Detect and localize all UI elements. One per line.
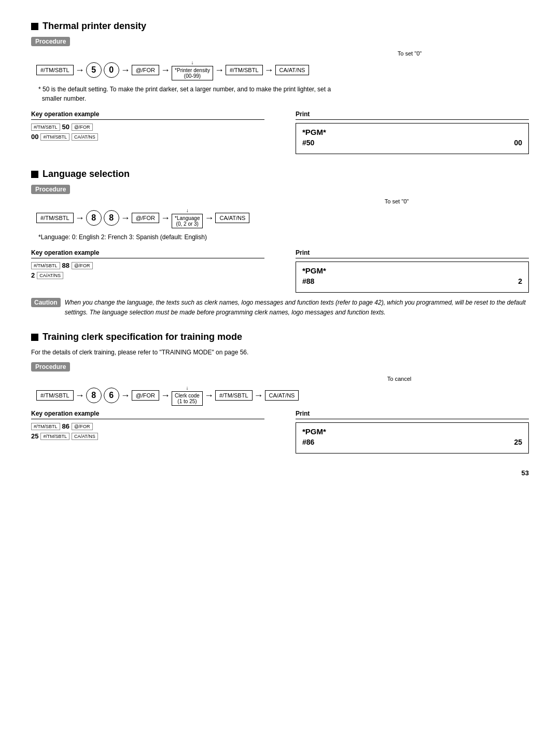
thermal-print-box: *PGM* #50 00 [296, 123, 529, 154]
training-key-for1: @/FOR [72, 423, 93, 430]
training-key-row2: 25 #/TM/SBTL CA/AT/NS [31, 432, 264, 440]
thermal-flow: #/TM/SBTL → 5 0 → @/FOR → ↓ *Printer den… [36, 60, 529, 80]
thermal-key-00: 00 [31, 133, 38, 141]
language-flow-for: @/FOR [132, 213, 159, 223]
thermal-print-right: 00 [514, 139, 522, 147]
thermal-circle-0: 0 [104, 62, 119, 78]
training-title-text: Training clerk specification for trainin… [43, 332, 242, 342]
thermal-down-arrow: ↓ [191, 60, 193, 65]
training-arrow5: → [253, 390, 265, 401]
thermal-key-tmsbtl2: #/TM/SBTL [40, 133, 69, 141]
language-lang-note: *Language: 0: English 2: French 3: Spani… [38, 232, 529, 242]
training-arrow4: → [203, 390, 215, 401]
thermal-arrow2: → [119, 65, 132, 76]
language-procedure-badge: Procedure [31, 185, 70, 194]
training-arrow1: → [74, 390, 86, 401]
thermal-section: Thermal printer density Procedure To set… [31, 21, 529, 154]
thermal-key-print-row: Key operation example #/TM/SBTL 50 @/FOR… [31, 111, 529, 154]
language-key-row1: #/TM/SBTL 88 @/FOR [31, 262, 264, 269]
thermal-arrow1: → [74, 65, 86, 76]
training-title: Training clerk specification for trainin… [31, 332, 529, 342]
training-key-tmsbtl1: #/TM/SBTL [31, 423, 60, 430]
language-down-arrow: ↓ [186, 208, 189, 213]
language-print-right: 2 [518, 277, 522, 285]
language-circle-8a: 8 [86, 210, 102, 226]
training-circle-8: 8 [86, 388, 102, 403]
language-key-caatns2: CA/AT/NS [37, 272, 63, 279]
thermal-density-group: ↓ *Printer density(00-99) [172, 60, 213, 80]
language-key-tmsbtl1: #/TM/SBTL [31, 262, 60, 269]
thermal-print-col: Print *PGM* #50 00 [296, 111, 529, 154]
training-print-right: 25 [514, 438, 522, 446]
page-number: 53 [31, 469, 529, 477]
thermal-key-caatns2: CA/AT/NS [72, 133, 98, 141]
language-caution-text: When you change the language, the texts … [65, 298, 529, 317]
training-print-col: Print *PGM* #86 25 [296, 410, 529, 454]
training-flow-for: @/FOR [132, 390, 159, 401]
language-key-print-row: Key operation example #/TM/SBTL 88 @/FOR… [31, 249, 529, 293]
thermal-flow-diagram: To set "0" #/TM/SBTL → 5 0 → @/FOR → ↓ *… [36, 50, 529, 80]
thermal-key-tmsbtl1: #/TM/SBTL [31, 123, 60, 131]
thermal-key-for1: @/FOR [72, 123, 93, 131]
thermal-key-col: Key operation example #/TM/SBTL 50 @/FOR… [31, 111, 264, 154]
language-caution-box: Caution When you change the language, th… [31, 298, 529, 317]
language-flow-diagram: To set "0" #/TM/SBTL → 8 8 → @/FOR → ↓ *… [36, 198, 529, 228]
language-title-text: Language selection [43, 169, 130, 180]
training-print-pgm: *PGM* [302, 427, 522, 436]
training-flow: #/TM/SBTL → 8 6 → @/FOR → ↓ Clerk code(1… [36, 385, 529, 406]
thermal-print-pgm: *PGM* [302, 128, 522, 136]
training-flow-caatns: CA/AT/NS [265, 390, 299, 401]
thermal-key-op-label: Key operation example [31, 111, 264, 120]
language-print-left: #88 [302, 277, 314, 285]
language-arrow4: → [203, 213, 215, 224]
language-key-2: 2 [31, 271, 35, 279]
training-circle-6: 6 [104, 388, 119, 403]
language-arrow3: → [159, 213, 172, 224]
thermal-key-op-content: #/TM/SBTL 50 @/FOR 00 #/TM/SBTL CA/AT/NS [31, 123, 264, 141]
language-key-op-label: Key operation example [31, 249, 264, 258]
training-key-print-row: Key operation example #/TM/SBTL 86 @/FOR… [31, 410, 529, 454]
thermal-title: Thermal printer density [31, 21, 529, 32]
training-arrow2: → [119, 390, 132, 401]
thermal-flow-caatns: CA/AT/NS [275, 65, 310, 75]
training-flow-tmsbtl2: #/TM/SBTL [215, 390, 253, 401]
training-key-tmsbtl2: #/TM/SBTL [40, 433, 69, 440]
thermal-flow-tmsbtl: #/TM/SBTL [36, 65, 74, 75]
training-down-arrow: ↓ [186, 385, 188, 391]
training-flow-diagram: To cancel #/TM/SBTL → 8 6 → @/FOR → ↓ Cl… [36, 376, 529, 406]
training-key-col: Key operation example #/TM/SBTL 86 @/FOR… [31, 410, 264, 454]
training-print-row2: #86 25 [302, 438, 522, 446]
training-section: Training clerk specification for trainin… [31, 332, 529, 454]
language-key-col: Key operation example #/TM/SBTL 88 @/FOR… [31, 249, 264, 293]
language-arrow2: → [119, 213, 132, 224]
thermal-to-set-label: To set "0" [290, 50, 529, 57]
language-key-row2: 2 CA/AT/NS [31, 271, 264, 279]
thermal-print-row2: #50 00 [302, 139, 522, 147]
thermal-print-left: #50 [302, 139, 314, 147]
language-caution-badge: Caution [31, 298, 61, 307]
training-key-op-label: Key operation example [31, 410, 264, 419]
training-to-cancel-label: To cancel [270, 376, 529, 382]
language-key-op-content: #/TM/SBTL 88 @/FOR 2 CA/AT/NS [31, 262, 264, 279]
thermal-circle-5: 5 [86, 62, 102, 78]
thermal-print-label: Print [296, 111, 529, 120]
training-sub-note: For the details of clerk training, pleas… [31, 348, 529, 357]
language-print-box: *PGM* #88 2 [296, 262, 529, 293]
thermal-density-box: *Printer density(00-99) [172, 66, 213, 80]
thermal-procedure-badge: Procedure [31, 37, 70, 46]
training-key-row1: #/TM/SBTL 86 @/FOR [31, 422, 264, 430]
language-print-label: Print [296, 249, 529, 258]
language-section: Language selection Procedure To set "0" … [31, 169, 529, 317]
language-print-row2: #88 2 [302, 277, 522, 285]
thermal-arrow4: → [213, 65, 226, 76]
training-flow-tmsbtl: #/TM/SBTL [36, 390, 74, 401]
language-print-col: Print *PGM* #88 2 [296, 249, 529, 293]
language-key-for1: @/FOR [72, 262, 93, 269]
training-print-left: #86 [302, 438, 314, 446]
language-circle-8b: 8 [104, 210, 119, 226]
thermal-note: * 50 is the default setting. To make the… [38, 85, 529, 103]
language-to-set-label: To set "0" [264, 198, 529, 204]
language-lang-group: ↓ *Language(0, 2 or 3) [172, 208, 203, 228]
training-key-op-content: #/TM/SBTL 86 @/FOR 25 #/TM/SBTL CA/AT/NS [31, 422, 264, 440]
language-arrow1: → [74, 213, 86, 224]
